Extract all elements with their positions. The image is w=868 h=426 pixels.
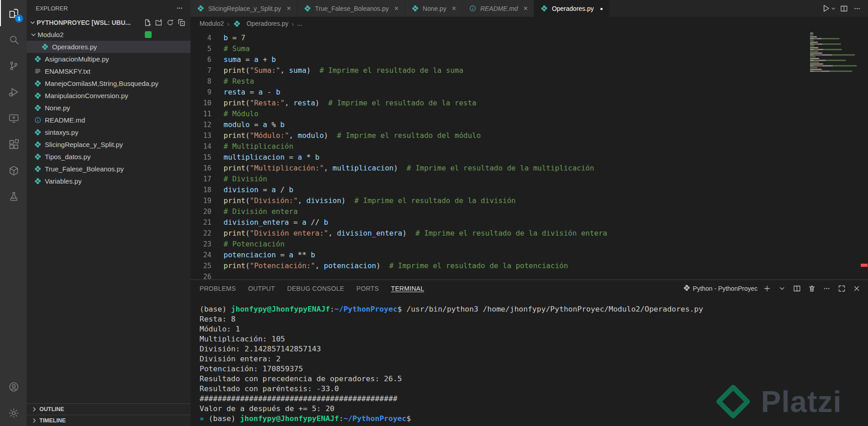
minimap-token xyxy=(810,63,818,65)
sidebar-more-icon[interactable] xyxy=(176,5,183,12)
minimap-token xyxy=(810,58,814,59)
terminal-token: ########################################… xyxy=(200,394,397,403)
accounts-icon[interactable] xyxy=(0,374,27,400)
panel-tab-terminal[interactable]: TERMINAL xyxy=(391,285,424,292)
code-editor[interactable]: 4b = 75# Suma6suma = a + b7print("Suma:"… xyxy=(191,30,868,279)
workspace-header[interactable]: PYTHONPROYEC [WSL: UBU... xyxy=(27,16,191,28)
close-icon[interactable]: × xyxy=(521,4,530,13)
collapse-all-icon[interactable] xyxy=(178,19,185,26)
split-editor-icon[interactable] xyxy=(839,3,849,14)
tab-none-py[interactable]: None.py× xyxy=(405,0,463,17)
tree-item-enamskfy-txt[interactable]: ENAMSKFY.txt xyxy=(27,65,191,77)
refresh-icon[interactable] xyxy=(167,19,174,26)
panel-tab-problems[interactable]: PROBLEMS xyxy=(200,285,236,292)
breadcrumb-item-modulo2[interactable]: Modulo2 xyxy=(200,20,224,27)
code-token: + xyxy=(258,55,272,64)
tree-item-modulo2[interactable]: Modulo2 xyxy=(27,28,191,41)
terminal-profile-selector[interactable]: Python - PythonProyec xyxy=(683,284,758,293)
new-file-icon[interactable] xyxy=(144,19,151,26)
panel-tab-ports[interactable]: PORTS xyxy=(357,285,379,292)
code-token: % xyxy=(267,120,280,129)
tree-item-tipos-datos-py[interactable]: Tipos_datos.py xyxy=(27,151,191,163)
tree-item-none-py[interactable]: None.py xyxy=(27,102,191,114)
sidebar-title: EXPLORER xyxy=(36,5,68,12)
activity-bar-bottom xyxy=(0,374,27,426)
minimap-token xyxy=(824,54,831,56)
terminal-line: » (base) jhonfypy@JhonfypyENAJf:~/Python… xyxy=(200,414,868,424)
search-icon[interactable] xyxy=(0,26,27,52)
section-outline[interactable]: OUTLINE xyxy=(27,403,191,415)
tree-item-variables-py[interactable]: Variables.py xyxy=(27,175,191,187)
testing-icon[interactable] xyxy=(0,184,27,210)
code-token: # Suma xyxy=(224,44,250,53)
code-token: suma xyxy=(289,66,307,75)
code-line: 13print("Módulo:", modulo) # Imprime el … xyxy=(191,130,868,141)
tree-item-manipulacionconversion-py[interactable]: ManipulacionConversion.py xyxy=(27,90,191,102)
tree-item-true-falese-boleanos-py[interactable]: True_Falese_Boleanos.py xyxy=(27,163,191,175)
line-number: 5 xyxy=(191,43,211,54)
python-file-icon xyxy=(33,80,42,87)
code-token: - xyxy=(263,88,276,96)
tree-item-asignacionmultipe-py[interactable]: AsignacionMultipe.py xyxy=(27,53,191,65)
minimap[interactable] xyxy=(810,33,861,74)
breadcrumb-item-more[interactable]: ... xyxy=(297,20,302,27)
code-text: # Resta xyxy=(211,76,254,87)
run-icon[interactable] xyxy=(820,3,831,14)
tab-operadores-py[interactable]: Operadores.py● xyxy=(534,0,610,17)
new-folder-icon[interactable] xyxy=(155,19,162,26)
add-icon[interactable] xyxy=(762,284,772,293)
python-icon xyxy=(196,5,205,12)
code-token: ( xyxy=(245,229,250,237)
minimap-token xyxy=(820,60,825,61)
maximize-icon[interactable] xyxy=(837,284,847,293)
breadcrumb-item-operadores-py[interactable]: Operadores.py xyxy=(233,20,289,27)
manage-icon[interactable] xyxy=(0,400,27,426)
breadcrumb[interactable]: Modulo2›Operadores.py›... xyxy=(191,17,868,30)
code-line: 15multiplicacion = a * b xyxy=(191,152,868,163)
panel-tab-debug-console[interactable]: DEBUG CONSOLE xyxy=(287,285,344,292)
remote-monitor-icon[interactable] xyxy=(0,105,27,131)
run-debug-icon[interactable] xyxy=(0,79,27,105)
chevron-down-run-icon[interactable] xyxy=(830,3,836,14)
tree-item-sintaxys-py[interactable]: sintaxys.py xyxy=(27,126,191,138)
terminal-line: Resta: 8 xyxy=(200,314,868,324)
ellipsis-icon[interactable] xyxy=(822,284,832,293)
file-name: Tipos_datos.py xyxy=(45,153,91,161)
close-icon[interactable]: × xyxy=(392,4,401,13)
trash-icon[interactable] xyxy=(807,284,817,293)
minimap-token xyxy=(810,62,819,63)
chevron-down-icon xyxy=(29,19,37,26)
section-timeline[interactable]: TIMELINE xyxy=(27,415,191,426)
explorer-icon[interactable]: 1 xyxy=(0,0,27,26)
code-token: = xyxy=(245,88,258,96)
terminal-token: : xyxy=(339,414,343,423)
tab-label: True_Falese_Boleanos.py xyxy=(315,5,389,12)
terminal-token: Multiplicación: 105 xyxy=(200,335,285,343)
extensions-icon[interactable] xyxy=(0,131,27,157)
python-icon xyxy=(539,5,548,12)
tab-readme-md[interactable]: README.md× xyxy=(463,0,534,17)
split-icon[interactable] xyxy=(792,284,802,293)
breadcrumb-label: ... xyxy=(297,20,302,27)
close-icon[interactable]: × xyxy=(284,4,293,13)
close-icon[interactable] xyxy=(852,284,862,293)
chevron-down-icon[interactable] xyxy=(777,284,787,293)
source-control-icon[interactable] xyxy=(0,52,27,79)
terminal-token: Resultado con paréntesis: -33.0 xyxy=(200,384,339,393)
code-token: ( xyxy=(245,131,250,140)
close-icon[interactable]: × xyxy=(449,4,458,13)
tree-item-readme-md[interactable]: README.md xyxy=(27,114,191,126)
minimap-token xyxy=(817,42,818,43)
ellipsis-icon[interactable] xyxy=(852,3,863,14)
tab-slicingreplace-y-split-py[interactable]: SlicingReplace_y_Split.py× xyxy=(191,0,297,17)
tree-item-slicingreplace-y-split-py[interactable]: SlicingReplace_y_Split.py xyxy=(27,138,191,151)
code-token: multiplicacion xyxy=(224,153,285,161)
containers-icon[interactable] xyxy=(0,157,27,184)
code-token: print xyxy=(224,261,245,270)
tree-item-operadores-py[interactable]: Operadores.py xyxy=(27,41,191,53)
panel-tab-output[interactable]: OUTPUT xyxy=(248,285,275,292)
terminal-output[interactable]: (base) jhonfypy@JhonfypyENAJf:~/PythonPr… xyxy=(191,297,868,426)
terminal-line: (base) jhonfypy@JhonfypyENAJf:~/PythonPr… xyxy=(200,304,868,314)
tree-item-manejocomilasm-string-busqueda-py[interactable]: ManejoComilasM,String,Busqueda.py xyxy=(27,77,191,90)
tab-true-falese-boleanos-py[interactable]: True_Falese_Boleanos.py× xyxy=(297,0,405,17)
